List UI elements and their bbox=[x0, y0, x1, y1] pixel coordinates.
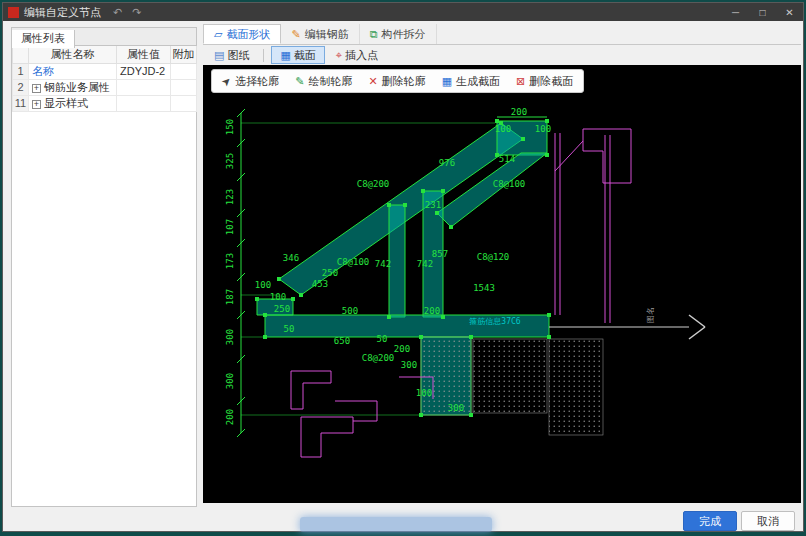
table-row-name[interactable]: 1 名称 ZDYJD-2 bbox=[13, 63, 197, 79]
dimension-label: 250 bbox=[322, 268, 338, 278]
expand-icon[interactable]: + bbox=[32, 100, 41, 109]
delete-outline-button[interactable]: ✕ 删除轮廓 bbox=[360, 72, 433, 91]
property-name: 名称 bbox=[29, 63, 117, 79]
property-list-tab[interactable]: 属性列表 bbox=[12, 30, 75, 48]
dimension-label: 图名 bbox=[646, 307, 655, 323]
grip-handle[interactable] bbox=[255, 297, 259, 301]
row-number: 11 bbox=[13, 95, 29, 111]
cad-line bbox=[689, 315, 705, 327]
dimension-label: 50 bbox=[377, 334, 388, 344]
section-button[interactable]: ▦ 截面 bbox=[271, 46, 324, 64]
insert-point-icon: ⌖ bbox=[336, 50, 342, 61]
canvas-tool-label: 绘制轮廓 bbox=[308, 74, 352, 89]
table-row-display-style[interactable]: 11 +显示样式 bbox=[13, 95, 197, 111]
select-outline-button[interactable]: ➤ 选择轮廓 bbox=[214, 72, 287, 91]
delete-outline-icon: ✕ bbox=[368, 76, 377, 87]
tab-label: 编辑钢筋 bbox=[305, 27, 349, 42]
delete-section-icon: ⊠ bbox=[516, 76, 525, 87]
grip-handle[interactable] bbox=[435, 211, 439, 215]
draw-outline-button[interactable]: ✎ 绘制轮廓 bbox=[287, 72, 360, 91]
grip-handle[interactable] bbox=[547, 313, 551, 317]
tab-component-split[interactable]: ⧉ 构件拆分 bbox=[360, 24, 437, 44]
dimension-label: 300 bbox=[401, 360, 417, 370]
dimension-label-vertical: 173 bbox=[225, 253, 235, 269]
grip-handle[interactable] bbox=[441, 189, 445, 193]
grip-handle[interactable] bbox=[263, 313, 267, 317]
rebar-line bbox=[555, 141, 583, 171]
finish-button[interactable]: 完成 bbox=[683, 511, 737, 531]
col-header-name: 属性名称 bbox=[29, 46, 117, 63]
table-row-rebar-props[interactable]: 2 +钢筋业务属性 bbox=[13, 79, 197, 95]
grip-handle[interactable] bbox=[299, 293, 303, 297]
drawing-sheet-button[interactable]: ▤ 图纸 bbox=[205, 46, 258, 64]
rebar-line bbox=[583, 129, 631, 183]
property-value bbox=[117, 79, 171, 95]
close-button[interactable]: ✕ bbox=[776, 3, 803, 21]
grip-handle[interactable] bbox=[441, 315, 445, 319]
dimension-label: 250 bbox=[274, 304, 290, 314]
cad-canvas[interactable]: 200100100976514C8@200C8@100231857C8@120C… bbox=[203, 65, 801, 503]
dimension-label-vertical: 123 bbox=[225, 189, 235, 205]
dimension-label: 857 bbox=[432, 249, 448, 259]
property-panel: 属性列表 属性名称 属性值 附加 1 名称 ZDYJD-2 bbox=[11, 27, 197, 507]
dimension-label-vertical: 187 bbox=[225, 289, 235, 305]
grip-handle[interactable] bbox=[469, 335, 473, 339]
expand-icon[interactable]: + bbox=[32, 84, 41, 93]
dimension-label: 50 bbox=[284, 324, 295, 334]
grip-handle[interactable] bbox=[495, 119, 499, 123]
dimension-label: 100 bbox=[255, 280, 271, 290]
delete-section-button[interactable]: ⊠ 删除截面 bbox=[508, 72, 581, 91]
grip-handle[interactable] bbox=[469, 413, 473, 417]
grip-handle[interactable] bbox=[419, 335, 423, 339]
dimension-label: C8@200 bbox=[362, 353, 395, 363]
property-name: +显示样式 bbox=[29, 95, 117, 111]
grip-handle[interactable] bbox=[403, 203, 407, 207]
generate-section-icon: ▦ bbox=[442, 76, 452, 87]
dimension-label: 742 bbox=[375, 259, 391, 269]
insert-point-button[interactable]: ⌖ 插入点 bbox=[327, 46, 387, 64]
redo-icon[interactable]: ↷ bbox=[132, 6, 141, 19]
grip-handle[interactable] bbox=[545, 153, 549, 157]
cursor-icon: ➤ bbox=[219, 74, 233, 88]
dimension-label: 453 bbox=[312, 279, 328, 289]
grip-handle[interactable] bbox=[449, 225, 453, 229]
grip-handle[interactable] bbox=[419, 413, 423, 417]
dimension-label-vertical: 107 bbox=[225, 219, 235, 235]
grip-handle[interactable] bbox=[547, 335, 551, 339]
toolbar-label: 插入点 bbox=[345, 48, 378, 63]
grip-handle[interactable] bbox=[277, 277, 281, 281]
generate-section-button[interactable]: ▦ 生成截面 bbox=[434, 72, 508, 91]
dimension-label: 1543 bbox=[473, 283, 495, 293]
grip-handle[interactable] bbox=[421, 189, 425, 193]
title-bar[interactable]: 编辑自定义节点 ↶ ↷ ─ □ ✕ bbox=[3, 3, 803, 21]
dimension-label: 箍筋信息37C6 bbox=[468, 317, 520, 326]
undo-icon[interactable]: ↶ bbox=[113, 6, 122, 19]
dimension-label-vertical: 150 bbox=[225, 119, 235, 135]
dimension-label: C8@200 bbox=[357, 179, 390, 189]
toolbar-divider bbox=[263, 49, 264, 62]
tab-section-shape[interactable]: ▱ 截面形状 bbox=[203, 24, 281, 44]
dimension-label: C8@100 bbox=[493, 179, 526, 189]
canvas-svg[interactable]: 200100100976514C8@200C8@100231857C8@120C… bbox=[203, 65, 801, 503]
dimension-label-vertical: 300 bbox=[225, 329, 235, 345]
dimension-label-vertical: 300 bbox=[225, 373, 235, 389]
tab-label: 构件拆分 bbox=[382, 27, 426, 42]
section-polygon[interactable] bbox=[389, 205, 405, 317]
dimension-label: 500 bbox=[342, 306, 358, 316]
property-name-label: 钢筋业务属性 bbox=[44, 81, 110, 93]
grip-handle[interactable] bbox=[263, 335, 267, 339]
grip-handle[interactable] bbox=[387, 315, 391, 319]
grip-handle[interactable] bbox=[521, 137, 525, 141]
canvas-tool-label: 选择轮廓 bbox=[235, 74, 279, 89]
cancel-button[interactable]: 取消 bbox=[741, 511, 795, 531]
screen: 编辑自定义节点 ↶ ↷ ─ □ ✕ 属性列表 属性名称 属性值 bbox=[0, 0, 806, 536]
property-value[interactable]: ZDYJD-2 bbox=[117, 63, 171, 79]
maximize-button[interactable]: □ bbox=[749, 3, 776, 21]
pencil-icon: ✎ bbox=[295, 76, 304, 87]
grip-handle[interactable] bbox=[545, 119, 549, 123]
grip-handle[interactable] bbox=[291, 297, 295, 301]
grip-handle[interactable] bbox=[387, 203, 391, 207]
tab-edit-rebar[interactable]: ✎ 编辑钢筋 bbox=[281, 24, 359, 44]
property-extra bbox=[171, 63, 197, 79]
minimize-button[interactable]: ─ bbox=[722, 3, 749, 21]
